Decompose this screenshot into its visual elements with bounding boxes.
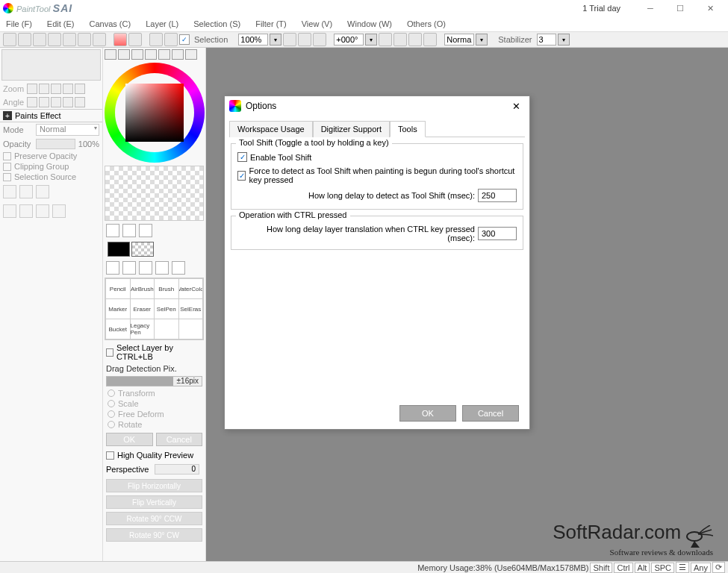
- flip-button[interactable]: [423, 33, 437, 46]
- nav-btn[interactable]: [75, 84, 85, 94]
- clipping-group-check[interactable]: Clipping Group: [0, 161, 102, 172]
- tool-airbrush[interactable]: AirBrush: [131, 279, 155, 298]
- angle-field[interactable]: [334, 34, 364, 46]
- color-tab[interactable]: [118, 49, 130, 60]
- bg-color-swatch[interactable]: [131, 242, 154, 257]
- new-linework-button[interactable]: [19, 185, 33, 198]
- drag-detection-slider[interactable]: ±16pix: [106, 376, 202, 386]
- hand-icon[interactable]: [155, 261, 169, 275]
- transfer-down-button[interactable]: [3, 204, 16, 218]
- navigator-preview[interactable]: [1, 49, 101, 81]
- tool-eraser[interactable]: Eraser: [131, 299, 155, 319]
- flip-h-button[interactable]: Flip Horizontally: [106, 479, 202, 492]
- color-wheel[interactable]: [105, 63, 205, 163]
- blend-mode-combo[interactable]: Normal: [36, 124, 99, 136]
- ctrl-delay-field[interactable]: [478, 227, 517, 240]
- color-tab[interactable]: [158, 49, 170, 60]
- hq-preview-checkbox[interactable]: High Quality Preview: [103, 449, 205, 461]
- toolstrip-btn[interactable]: [63, 33, 76, 46]
- blend-dropdown-icon[interactable]: ▾: [476, 34, 488, 46]
- tab-digitizer-support[interactable]: Digitizer Support: [313, 121, 390, 137]
- menu-window[interactable]: Window (W): [344, 18, 395, 30]
- nav-btn[interactable]: [27, 84, 37, 94]
- blend-mode-field[interactable]: [444, 34, 474, 46]
- nav-btn[interactable]: [39, 97, 49, 107]
- minimize-button[interactable]: ─: [635, 0, 665, 16]
- zoom-in-button[interactable]: [298, 33, 311, 46]
- zoom-field[interactable]: [238, 34, 268, 46]
- toolstrip-btn[interactable]: [3, 33, 16, 46]
- color-tab[interactable]: [131, 49, 143, 60]
- select-layer-checkbox[interactable]: Select Layer by CTRL+LB: [103, 342, 205, 363]
- angle-dropdown-icon[interactable]: ▾: [365, 34, 377, 46]
- undo-button[interactable]: [113, 33, 127, 46]
- nav-btn[interactable]: [63, 97, 73, 107]
- selection-source-check[interactable]: Selection Source: [0, 172, 102, 182]
- new-layer-button[interactable]: [3, 185, 16, 198]
- fg-color-swatch[interactable]: [108, 242, 130, 257]
- zoom-out-button[interactable]: [283, 33, 296, 46]
- force-detect-checkbox[interactable]: ✓Force to detect as Tool Shift when pain…: [236, 164, 518, 187]
- rect-select-icon[interactable]: [106, 224, 119, 237]
- rotate-reset-button[interactable]: [408, 33, 422, 46]
- color-tab[interactable]: [172, 49, 184, 60]
- color-tab[interactable]: [185, 49, 197, 60]
- toolstrip-btn[interactable]: [48, 33, 61, 46]
- dialog-close-button[interactable]: ✕: [507, 98, 525, 113]
- rotate-ccw-button[interactable]: Rotate 90° CCW: [106, 512, 202, 525]
- new-folder-button[interactable]: [36, 185, 49, 198]
- maximize-button[interactable]: ☐: [665, 0, 695, 16]
- toolstrip-btn[interactable]: [78, 33, 91, 46]
- invert-button[interactable]: [164, 33, 178, 46]
- nav-btn[interactable]: [63, 84, 73, 94]
- swatch-palette[interactable]: [105, 166, 204, 221]
- paints-effect-header[interactable]: + Paints Effect: [0, 109, 102, 122]
- stabilizer-dropdown-icon[interactable]: ▾: [558, 34, 570, 46]
- color-tab[interactable]: [145, 49, 157, 60]
- opacity-slider[interactable]: [36, 139, 75, 149]
- toolstrip-btn[interactable]: [33, 33, 46, 46]
- rotate-cw-button[interactable]: [393, 33, 407, 46]
- toolstrip-btn[interactable]: [93, 33, 106, 46]
- menu-file[interactable]: File (F): [3, 18, 35, 30]
- color-square[interactable]: [125, 84, 184, 142]
- tool-bucket[interactable]: Bucket: [106, 319, 130, 339]
- close-window-button[interactable]: ✕: [695, 0, 725, 16]
- rotate-icon[interactable]: [139, 261, 152, 275]
- tab-workspace-usage[interactable]: Workspace Usage: [229, 121, 313, 137]
- nav-btn[interactable]: [39, 84, 49, 94]
- stabilizer-field[interactable]: [537, 34, 556, 46]
- tool-empty[interactable]: [179, 319, 203, 339]
- transform-ok-button[interactable]: OK: [106, 433, 153, 446]
- transform-radio[interactable]: Transform: [103, 388, 205, 398]
- tool-seleras[interactable]: SelEras: [179, 299, 203, 319]
- clear-layer-button[interactable]: [36, 204, 49, 218]
- tool-watercolor[interactable]: WaterColor: [179, 279, 203, 298]
- color-tab[interactable]: [105, 49, 116, 60]
- menu-selection[interactable]: Selection (S): [190, 18, 243, 30]
- tool-marker[interactable]: Marker: [106, 299, 130, 319]
- toolstrip-btn[interactable]: [18, 33, 31, 46]
- menu-others[interactable]: Others (O): [404, 18, 449, 30]
- selection-visible-checkbox[interactable]: ✓: [179, 34, 190, 45]
- deselect-button[interactable]: [149, 33, 163, 46]
- nav-btn[interactable]: [51, 84, 61, 94]
- nav-btn[interactable]: [51, 97, 61, 107]
- flip-v-button[interactable]: Flip Vertically: [106, 495, 202, 509]
- scale-radio[interactable]: Scale: [103, 398, 205, 409]
- nav-btn[interactable]: [75, 97, 85, 107]
- dialog-ok-button[interactable]: OK: [399, 405, 456, 422]
- dialog-cancel-button[interactable]: Cancel: [462, 405, 519, 422]
- menu-view[interactable]: View (V): [299, 18, 335, 30]
- delete-layer-button[interactable]: [52, 204, 66, 218]
- menu-edit[interactable]: Edit (E): [44, 18, 78, 30]
- redo-button[interactable]: [128, 33, 142, 46]
- rotate-cw-button[interactable]: Rotate 90° CW: [106, 528, 202, 542]
- tool-brush[interactable]: Brush: [155, 279, 178, 298]
- zoom-icon[interactable]: [122, 261, 136, 275]
- enable-tool-shift-checkbox[interactable]: ✓Enable Tool Shift: [236, 150, 518, 164]
- eyedropper-icon[interactable]: [172, 261, 185, 275]
- tool-shift-delay-field[interactable]: [478, 189, 517, 202]
- free-deform-radio[interactable]: Free Deform: [103, 409, 205, 419]
- move-icon[interactable]: [106, 261, 119, 275]
